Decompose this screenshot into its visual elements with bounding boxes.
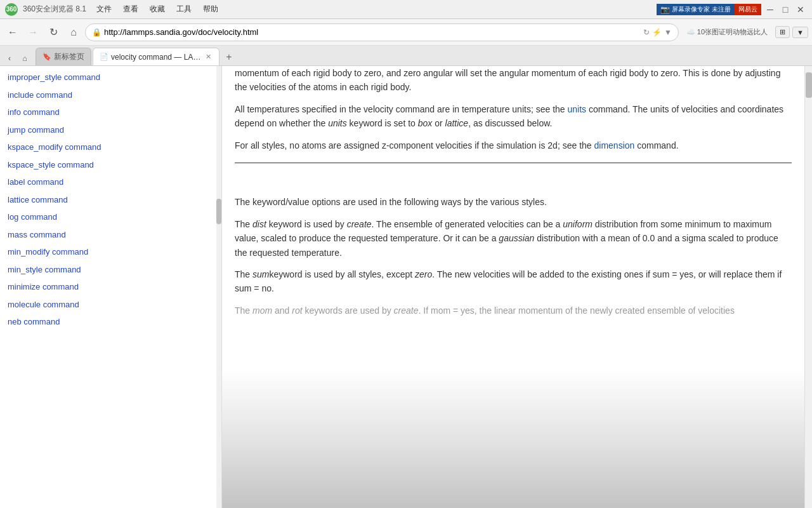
paragraph-7: The mom and rot keywords are used by cre… (235, 304, 792, 318)
content-divider (235, 163, 792, 163)
extension-extra[interactable]: ▼ (792, 27, 808, 38)
dimension-link[interactable]: dimension (594, 140, 635, 150)
box-keyword: box (418, 118, 433, 128)
sidebar-item-jump[interactable]: jump command (0, 121, 221, 139)
close-button[interactable]: ✕ (794, 3, 807, 16)
tab-velocity-icon: 📄 (100, 53, 108, 61)
units-keyword: units (328, 118, 347, 128)
menu-bar: 文件 查看 收藏 工具 帮助 (91, 3, 223, 16)
paragraph-1-text: momentum of each rigid body to zero, and… (235, 68, 780, 92)
refresh-icon[interactable]: ↻ (643, 28, 650, 37)
paragraph-2: All temperatures specified in the veloci… (235, 102, 792, 131)
sidebar-item-neb[interactable]: neb command (0, 313, 221, 331)
tab-home-button[interactable]: ⌂ (18, 51, 32, 65)
sidebar-item-log[interactable]: log command (0, 208, 221, 226)
tab-velocity-close[interactable]: ✕ (204, 51, 213, 62)
sidebar-item-molecule[interactable]: molecule command (0, 296, 221, 314)
address-bar-container[interactable]: 🔒 ↻ ⚡ ▼ (85, 23, 679, 41)
maximize-button[interactable]: □ (779, 3, 792, 16)
paragraph-spacing (235, 173, 792, 187)
content-area: momentum of each rigid body to zero, and… (222, 66, 804, 508)
netease-btn[interactable]: 网易云 (735, 4, 761, 15)
app-title: 360安全浏览器 8.1 (23, 4, 86, 15)
menu-file[interactable]: 文件 (91, 3, 117, 16)
rot-keyword: rot (292, 305, 302, 316)
tab-back-button[interactable]: ‹ (3, 51, 16, 65)
weather-info: ☁️ 10张图证明动物远比人 (681, 27, 773, 37)
extension-grid[interactable]: ⊞ (775, 26, 790, 38)
dist-keyword: dist (252, 219, 266, 229)
sidebar-item-min-modify[interactable]: min_modify command (0, 243, 221, 261)
title-bar-left: 360 360安全浏览器 8.1 文件 查看 收藏 工具 帮助 (5, 3, 223, 16)
lightning-icon: ⚡ (652, 28, 662, 37)
add-tab-button[interactable]: + (221, 49, 237, 65)
tab-newtab-icon: 🔖 (43, 53, 51, 61)
sidebar-item-info[interactable]: info command (0, 104, 221, 121)
menu-bookmarks[interactable]: 收藏 (145, 3, 170, 16)
tab-back-controls: ‹ ⌂ (3, 51, 32, 65)
uniform-keyword: uniform (563, 219, 593, 229)
sidebar-item-kspace-style[interactable]: kspace_style command (0, 156, 221, 174)
tab-velocity[interactable]: 📄 velocity command — LAMM ✕ (93, 48, 219, 65)
tab-newtab[interactable]: 🔖 新标签页 (36, 48, 91, 65)
sidebar-item-include[interactable]: include command (0, 86, 221, 104)
gaussian-keyword: gaussian (499, 233, 534, 243)
sidebar-item-minimize[interactable]: minimize command (0, 278, 221, 296)
browser-chrome: ← → ↻ ⌂ 🔒 ↻ ⚡ ▼ ☁️ 10张图证明动物远比人 ⊞ ▼ (0, 19, 812, 46)
zero-keyword: zero (415, 269, 432, 279)
tab-velocity-label: velocity command — LAMM (111, 53, 202, 62)
tab-newtab-label: 新标签页 (54, 51, 84, 62)
paragraph-1: momentum of each rigid body to zero, and… (235, 66, 792, 95)
sidebar-item-label[interactable]: label command (0, 173, 221, 191)
weather-icon: ☁️ (686, 28, 695, 36)
sidebar: improper_style command include command i… (0, 66, 222, 508)
refresh-button[interactable]: ↻ (44, 23, 62, 41)
sidebar-item-min-style[interactable]: min_style command (0, 261, 221, 279)
mom-keyword: mom (252, 305, 272, 316)
sidebar-item-kspace-modify[interactable]: kspace_modify command (0, 138, 221, 156)
tabs-bar: ‹ ⌂ 🔖 新标签页 📄 velocity command — LAMM ✕ + (0, 46, 812, 66)
home-button[interactable]: ⌂ (65, 23, 82, 41)
create-keyword-1: create (347, 219, 372, 229)
paragraph-4-text: The keyword/value options are used in th… (235, 197, 547, 207)
minimize-button[interactable]: ─ (764, 3, 776, 16)
paragraph-5: The dist keyword is used by create. The … (235, 217, 792, 260)
menu-help[interactable]: 帮助 (198, 3, 223, 16)
address-input[interactable] (104, 27, 641, 37)
screen-recorder-btn[interactable]: 📷 屏幕录像专家 未注册 (657, 4, 735, 15)
menu-tools[interactable]: 工具 (171, 3, 197, 16)
paragraph-6: The sumkeyword is used by all styles, ex… (235, 267, 792, 296)
sum-keyword: sum (252, 269, 269, 279)
chevron-down-icon[interactable]: ▼ (664, 28, 672, 37)
window-controls: 📷 屏幕录像专家 未注册 网易云 ─ □ ✕ (657, 3, 807, 16)
main-area: improper_style command include command i… (0, 66, 812, 508)
sidebar-item-mass[interactable]: mass command (0, 226, 221, 244)
sidebar-item-improper-style[interactable]: improper_style command (0, 69, 221, 86)
paragraph-3: For all styles, no atoms are assigned z-… (235, 138, 792, 152)
create-keyword-2: create (394, 305, 419, 316)
sidebar-item-lattice[interactable]: lattice command (0, 191, 221, 209)
menu-view[interactable]: 查看 (118, 3, 143, 16)
paragraph-4: The keyword/value options are used in th… (235, 195, 792, 209)
content-wrapper: momentum of each rigid body to zero, and… (222, 66, 812, 508)
units-link[interactable]: units (567, 104, 586, 114)
lattice-keyword: lattice (445, 118, 469, 128)
sidebar-scrollbar-track[interactable] (216, 66, 221, 508)
back-button[interactable]: ← (4, 23, 22, 41)
app-logo: 360 (5, 3, 18, 16)
title-bar: 360 360安全浏览器 8.1 文件 查看 收藏 工具 帮助 📷 屏幕录像专家… (0, 0, 812, 19)
content-scrollbar[interactable] (804, 66, 812, 508)
content-scrollbar-thumb[interactable] (806, 72, 812, 98)
extension-area: ⊞ ▼ (775, 26, 808, 38)
lock-icon: 🔒 (92, 28, 102, 37)
sidebar-scrollbar-thumb[interactable] (216, 199, 221, 224)
forward-button[interactable]: → (24, 23, 42, 41)
